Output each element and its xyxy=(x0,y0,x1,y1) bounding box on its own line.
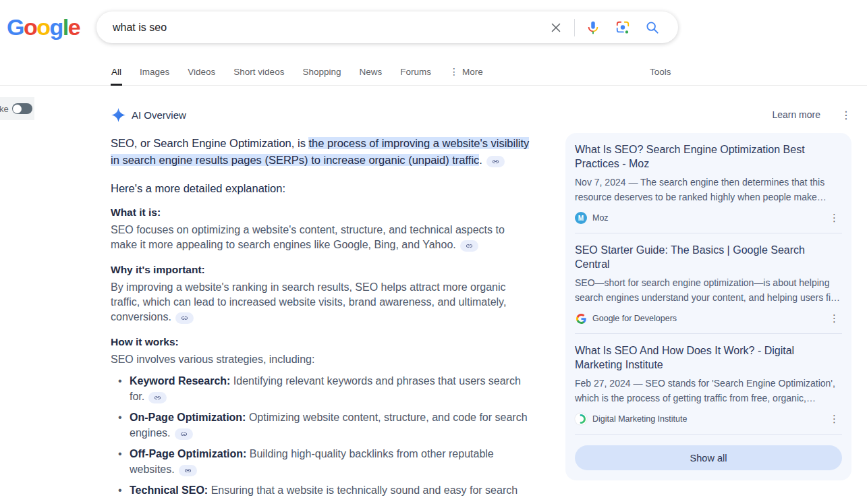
citation-chip[interactable] xyxy=(175,428,193,440)
source-cards: What Is SEO? Search Engine Optimization … xyxy=(575,133,842,435)
tab-label: Forums xyxy=(400,67,431,77)
overview-sections: What it is:SEO focuses on optimizing a w… xyxy=(111,206,530,367)
strategy-list-item: Keyword Research: Identifying relevant k… xyxy=(130,374,530,404)
microphone-icon xyxy=(586,20,600,35)
tab-label: News xyxy=(359,67,382,77)
result-type-tabs: AllImagesVideosShort videosShoppingNewsF… xyxy=(111,59,484,86)
source-card-title[interactable]: What Is SEO? Search Engine Optimization … xyxy=(575,143,842,171)
citation-chip[interactable] xyxy=(460,240,478,252)
search-input[interactable]: what is seo xyxy=(113,22,541,34)
tab-label: Short videos xyxy=(233,67,284,77)
logo-letter: o xyxy=(24,14,36,40)
tab-short-videos[interactable]: Short videos xyxy=(233,59,285,86)
link-icon xyxy=(466,242,473,250)
source-card-snippet: SEO—short for search engine optimization… xyxy=(575,276,842,305)
citation-chip[interactable] xyxy=(486,156,505,167)
tab-label: Shopping xyxy=(302,67,341,77)
ai-overview-body: SEO, or Search Engine Optimization, is t… xyxy=(111,130,530,504)
logo-letter: o xyxy=(36,14,49,40)
tab-shopping[interactable]: Shopping xyxy=(302,59,341,86)
search-bar-divider xyxy=(574,19,575,36)
section-heading: How it works: xyxy=(111,336,530,348)
ai-overview-title: AI Overview xyxy=(132,109,186,121)
intro-plain-text: SEO, or Search Engine Optimization, is xyxy=(111,137,308,149)
section-body: SEO involves various strategies, includi… xyxy=(111,352,530,367)
google-lens-icon xyxy=(615,20,630,35)
source-card[interactable]: What Is SEO? Search Engine Optimization … xyxy=(575,133,842,233)
logo-letter: l xyxy=(63,14,68,40)
strategy-list-item: On-Page Optimization: Optimizing website… xyxy=(130,410,530,441)
citation-chip[interactable] xyxy=(179,465,197,476)
tab-label: More xyxy=(462,67,483,77)
bullet-term: On-Page Optimization: xyxy=(130,412,246,423)
link-icon xyxy=(492,158,499,165)
ai-overview-header: AI Overview Learn more ⋮ xyxy=(111,105,851,124)
source-name: Digital Marketing Institute xyxy=(592,414,687,424)
overview-subheading: Here's a more detailed explanation: xyxy=(111,182,530,195)
bullet-term: Off-Page Optimization: xyxy=(130,448,246,459)
ai-sparkle-icon xyxy=(111,108,125,122)
source-card[interactable]: What Is SEO And How Does It Work? - Digi… xyxy=(575,334,842,434)
citation-chip[interactable] xyxy=(148,392,167,403)
tab-news[interactable]: News xyxy=(358,59,383,86)
source-card-source-row: Digital Marketing Institute⋮ xyxy=(575,413,842,425)
section-body: SEO focuses on optimizing a website's co… xyxy=(111,223,530,252)
close-icon xyxy=(549,20,563,35)
tab-more[interactable]: ⋮More xyxy=(449,59,484,86)
source-name: Google for Developers xyxy=(592,314,677,323)
section-heading: What it is: xyxy=(111,206,530,219)
learn-more-link[interactable]: Learn more xyxy=(772,109,820,120)
google-logo[interactable]: Google xyxy=(7,14,80,40)
extension-overlay: ke xyxy=(0,97,34,120)
strategy-list: Keyword Research: Identifying relevant k… xyxy=(111,374,530,499)
source-card-source-row: Google for Developers⋮ xyxy=(575,312,842,325)
tab-forums[interactable]: Forums xyxy=(399,59,432,86)
strategy-list-item: Off-Page Optimization: Building high-qua… xyxy=(130,447,530,477)
show-all-button[interactable]: Show all xyxy=(575,445,842,470)
tab-label: Videos xyxy=(188,67,215,77)
dmi-favicon xyxy=(575,413,587,425)
bullet-text: Ensuring that a website is technically s… xyxy=(208,484,518,496)
logo-letter: g xyxy=(50,14,63,40)
tab-videos[interactable]: Videos xyxy=(187,59,216,86)
clear-search-button[interactable] xyxy=(547,19,565,36)
sources-panel: What Is SEO? Search Engine Optimization … xyxy=(565,133,851,480)
search-icon xyxy=(645,20,660,35)
source-card-snippet: Feb 27, 2024 — SEO stands for 'Search En… xyxy=(575,376,842,405)
tab-images[interactable]: Images xyxy=(139,59,170,86)
card-menu-button[interactable]: ⋮ xyxy=(827,413,842,425)
moz-favicon: M xyxy=(575,212,587,224)
extension-toggle[interactable] xyxy=(12,103,32,114)
card-menu-button[interactable]: ⋮ xyxy=(827,212,842,224)
more-dots-icon: ⋮ xyxy=(449,66,459,77)
strategy-list-item: Technical SEO: Ensuring that a website i… xyxy=(130,483,530,499)
source-card-title[interactable]: SEO Starter Guide: The Basics | Google S… xyxy=(575,244,842,271)
google-search-page: Google what is seo xyxy=(0,0,867,504)
search-bar-actions xyxy=(541,19,667,36)
search-header: Google what is seo xyxy=(0,0,867,86)
bullet-term: Keyword Research: xyxy=(130,375,230,387)
extension-label: ke xyxy=(0,104,9,114)
voice-search-button[interactable] xyxy=(584,19,602,36)
tab-label: Images xyxy=(140,67,169,77)
tab-label: All xyxy=(111,67,121,77)
citation-chip[interactable] xyxy=(175,312,194,324)
search-submit-button[interactable] xyxy=(644,19,661,36)
overview-menu-button[interactable]: ⋮ xyxy=(841,109,851,121)
source-card-title[interactable]: What Is SEO And How Does It Work? - Digi… xyxy=(575,344,842,372)
link-icon xyxy=(181,314,188,322)
source-card[interactable]: SEO Starter Guide: The Basics | Google S… xyxy=(575,233,842,333)
source-card-snippet: Nov 7, 2024 — The search engine then det… xyxy=(575,175,842,204)
search-bar[interactable]: what is seo xyxy=(96,11,678,43)
card-menu-button[interactable]: ⋮ xyxy=(827,312,842,325)
intro-after-text: . xyxy=(479,154,482,166)
overview-intro-paragraph: SEO, or Search Engine Optimization, is t… xyxy=(111,135,530,168)
tools-button[interactable]: Tools xyxy=(650,59,671,84)
toggle-knob xyxy=(13,105,22,113)
section-heading: Why it's important: xyxy=(111,264,530,276)
google-favicon xyxy=(575,312,587,325)
bullet-term: Technical SEO: xyxy=(130,484,208,496)
lens-search-button[interactable] xyxy=(614,19,632,36)
tab-all[interactable]: All xyxy=(111,59,122,86)
source-card-source-row: MMoz⋮ xyxy=(575,212,842,224)
